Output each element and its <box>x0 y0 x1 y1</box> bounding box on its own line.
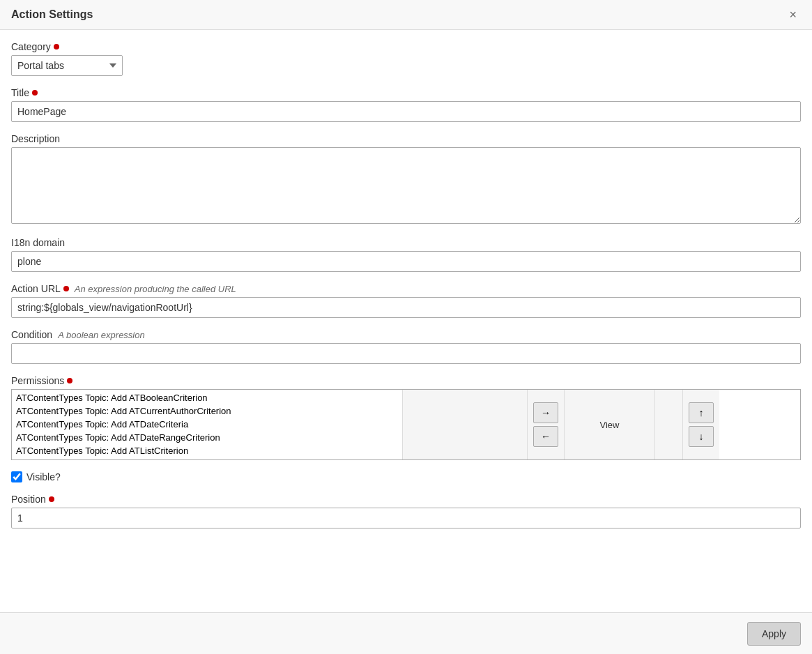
category-label-text: Category <box>11 41 51 52</box>
position-group: Position <box>11 494 801 528</box>
description-label-text: Description <box>11 133 60 144</box>
position-required-dot <box>49 496 54 502</box>
condition-label-text: Condition <box>11 329 52 340</box>
visible-group: Visible? <box>11 471 801 482</box>
position-label: Position <box>11 494 801 505</box>
list-item[interactable]: ATContentTypes Topic: Add ATBooleanCrite… <box>13 391 401 404</box>
title-group: Title <box>11 87 801 122</box>
category-required-dot <box>54 44 59 50</box>
action-settings-modal: Action Settings × Category Portal tabs O… <box>0 0 812 654</box>
permissions-arrows: → ← <box>528 390 565 459</box>
permissions-label-text: Permissions <box>11 375 64 386</box>
visible-checkbox[interactable] <box>11 471 22 482</box>
permissions-right-list[interactable] <box>655 390 683 459</box>
modal-title: Action Settings <box>11 8 93 21</box>
arrow-left-button[interactable]: ← <box>533 426 558 447</box>
close-button[interactable]: × <box>785 7 801 22</box>
list-item[interactable]: ATContentTypes Topic: Add ATCurrentAutho… <box>13 404 401 418</box>
list-item[interactable]: ATContentTypes Topic: Add ATDateRangeCri… <box>13 431 401 444</box>
title-required-dot <box>32 90 38 96</box>
condition-label: Condition A boolean expression <box>11 329 801 340</box>
modal-body: Category Portal tabs Object actions User… <box>0 30 812 611</box>
arrow-up-button[interactable]: ↑ <box>689 402 714 423</box>
i18n-domain-label: I18n domain <box>11 237 801 248</box>
permissions-group: Permissions ATContentTypes Topic: Add AT… <box>11 375 801 460</box>
action-url-label-text: Action URL <box>11 283 61 294</box>
description-group: Description <box>11 133 801 226</box>
title-label-text: Title <box>11 87 29 98</box>
permissions-left-list[interactable]: ATContentTypes Topic: Add ATBooleanCrite… <box>12 390 402 459</box>
i18n-domain-label-text: I18n domain <box>11 237 65 248</box>
action-url-group: Action URL An expression producing the c… <box>11 283 801 318</box>
category-group: Category Portal tabs Object actions User… <box>11 41 801 76</box>
category-select[interactable]: Portal tabs Object actions User actions … <box>11 55 123 76</box>
action-url-label: Action URL An expression producing the c… <box>11 283 801 294</box>
permissions-middle-empty <box>402 390 528 459</box>
arrow-right-button[interactable]: → <box>533 402 558 423</box>
i18n-domain-group: I18n domain <box>11 237 801 272</box>
description-textarea[interactable] <box>11 147 801 224</box>
list-item[interactable]: ATContentTypes Topic: Add ATDateCriteria <box>13 418 401 431</box>
action-url-input[interactable] <box>11 297 801 318</box>
permissions-container: ATContentTypes Topic: Add ATBooleanCrite… <box>11 389 801 460</box>
category-label: Category <box>11 41 801 52</box>
permissions-label: Permissions <box>11 375 801 386</box>
condition-hint: A boolean expression <box>58 330 145 340</box>
title-input[interactable] <box>11 101 801 122</box>
position-input[interactable] <box>11 508 801 528</box>
permissions-required-dot <box>67 378 72 383</box>
list-item[interactable]: ATContentTypes Topic: Add ATPathCriterio… <box>13 457 401 459</box>
apply-button[interactable]: Apply <box>747 622 801 646</box>
arrow-down-button[interactable]: ↓ <box>689 426 714 447</box>
condition-group: Condition A boolean expression <box>11 329 801 364</box>
action-url-required-dot <box>63 286 69 291</box>
permissions-view-label: View <box>600 420 620 430</box>
i18n-domain-input[interactable] <box>11 251 801 272</box>
permissions-updown: ↑ ↓ <box>683 390 719 459</box>
condition-input[interactable] <box>11 343 801 364</box>
permissions-right-label: View <box>565 390 655 459</box>
visible-label[interactable]: Visible? <box>26 471 61 482</box>
list-item[interactable]: ATContentTypes Topic: Add ATListCriterio… <box>13 444 401 457</box>
action-url-hint: An expression producing the called URL <box>75 284 236 294</box>
title-label: Title <box>11 87 801 98</box>
description-label: Description <box>11 133 801 144</box>
position-label-text: Position <box>11 494 46 505</box>
modal-footer: Apply <box>0 612 812 654</box>
modal-header: Action Settings × <box>0 0 812 30</box>
